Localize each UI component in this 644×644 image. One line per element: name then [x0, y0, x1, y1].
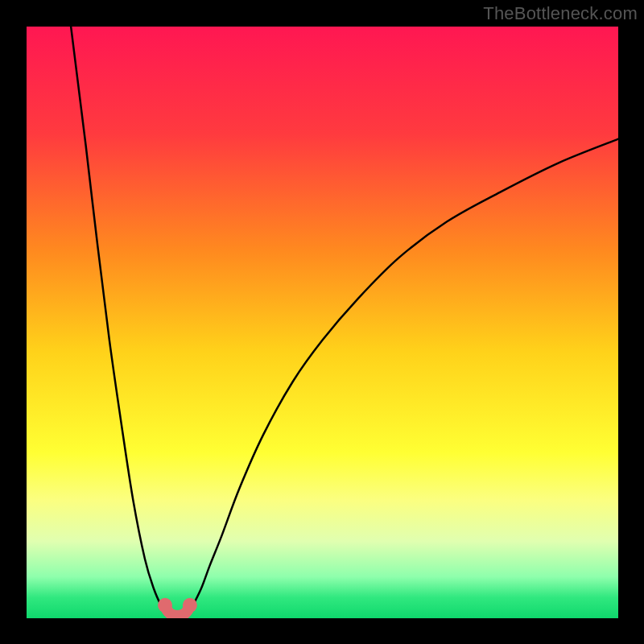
valley-marker-dot-left [158, 598, 172, 613]
valley-marker-dot-right [183, 598, 197, 613]
gradient-background [27, 27, 618, 618]
plot-area [27, 27, 618, 618]
watermark-text: TheBottleneck.com [483, 3, 638, 24]
chart-svg [27, 27, 618, 618]
chart-frame: TheBottleneck.com [0, 0, 644, 644]
